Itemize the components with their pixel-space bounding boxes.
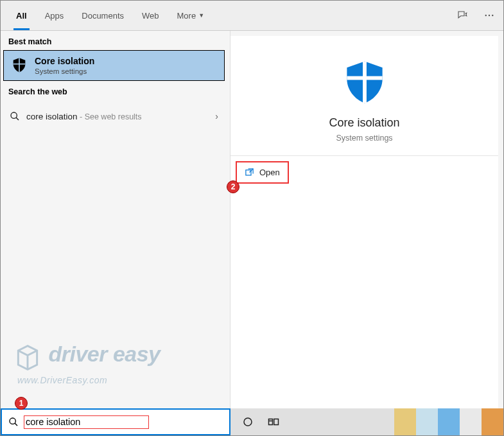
svg-rect-3 — [19, 58, 20, 72]
section-search-web: Search the web — [1, 81, 230, 100]
tab-more-label: More — [177, 11, 196, 21]
chevron-right-icon: › — [215, 111, 218, 121]
search-filter-tabs: All Apps Documents Web More ▼ — [1, 1, 503, 31]
results-panel: Best match Core isolation System setting… — [1, 31, 230, 408]
open-button[interactable]: Open — [236, 161, 289, 184]
bottom-bar — [1, 408, 503, 435]
taskbar-tray — [394, 408, 503, 435]
caret-down-icon: ▼ — [198, 12, 204, 19]
svg-rect-8 — [347, 76, 382, 80]
tab-documents[interactable]: Documents — [73, 1, 133, 30]
watermark-url: www.DriverEasy.com — [17, 375, 107, 385]
search-box[interactable] — [1, 408, 230, 435]
search-input[interactable] — [26, 417, 147, 427]
svg-rect-13 — [269, 419, 273, 425]
shield-icon — [10, 57, 28, 74]
tab-all[interactable]: All — [7, 1, 36, 30]
svg-point-10 — [10, 418, 15, 424]
svg-rect-4 — [13, 64, 26, 65]
svg-line-6 — [16, 118, 19, 120]
web-result-hint: - See web results — [78, 112, 142, 121]
shield-large-icon — [340, 57, 390, 107]
section-best-match: Best match — [1, 31, 230, 50]
tab-web[interactable]: Web — [133, 1, 168, 30]
taskbar — [230, 408, 503, 435]
best-match-subtitle: System settings — [35, 67, 94, 75]
open-icon — [245, 168, 254, 177]
svg-rect-14 — [274, 419, 279, 425]
main-content: Best match Core isolation System setting… — [1, 31, 503, 408]
svg-point-2 — [492, 15, 493, 16]
watermark: driver easy www.DriverEasy.com — [13, 342, 161, 386]
svg-rect-9 — [246, 170, 251, 175]
svg-point-5 — [11, 112, 17, 118]
svg-line-11 — [15, 423, 17, 426]
svg-point-1 — [489, 15, 490, 16]
svg-point-0 — [485, 15, 487, 16]
annotation-step-1: 1 — [15, 397, 28, 410]
cortana-icon[interactable] — [242, 416, 254, 428]
preview-title: Core isolation — [230, 116, 498, 130]
annotation-step-2: 2 — [227, 180, 239, 193]
tab-apps[interactable]: Apps — [36, 1, 73, 30]
more-options-icon[interactable] — [482, 8, 497, 23]
divider — [230, 155, 498, 156]
web-result-item[interactable]: core isolation - See web results › — [3, 104, 227, 128]
open-label: Open — [259, 168, 280, 177]
search-icon — [8, 417, 19, 427]
tab-more[interactable]: More ▼ — [168, 1, 214, 30]
best-match-item[interactable]: Core isolation System settings — [3, 50, 225, 81]
svg-rect-7 — [363, 62, 367, 103]
preview-panel: Core isolation System settings Open — [230, 31, 503, 408]
svg-point-12 — [244, 418, 252, 426]
web-result-term: core isolation — [26, 112, 78, 121]
watermark-title: driver easy — [48, 342, 160, 366]
task-view-icon[interactable] — [268, 416, 279, 428]
preview-subtitle: System settings — [230, 134, 498, 143]
feedback-icon[interactable] — [455, 8, 470, 23]
search-icon — [10, 111, 20, 121]
best-match-title: Core isolation — [35, 56, 94, 66]
